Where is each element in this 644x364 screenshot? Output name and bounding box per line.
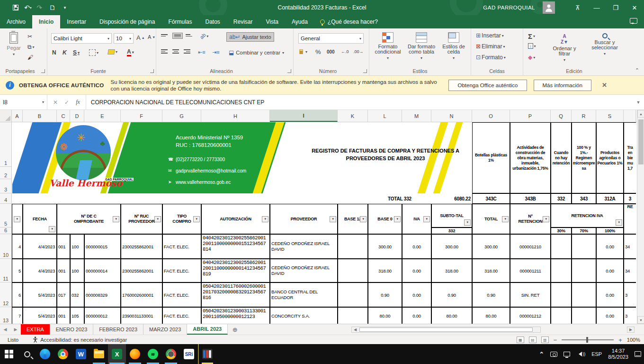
cell[interactable]: 0.90 <box>368 282 402 307</box>
col-header-B[interactable]: B <box>23 110 57 122</box>
taskbar-firefox[interactable] <box>126 344 144 364</box>
cell[interactable]: 5/4/2023 <box>23 307 57 324</box>
cell[interactable]: 3 <box>624 307 636 324</box>
col-header-G[interactable]: G <box>162 110 201 122</box>
cell[interactable]: 001 <box>57 259 70 282</box>
cell[interactable]: 032 <box>70 282 84 307</box>
wrap-text-button[interactable]: ab↵ Ajustar texto <box>226 32 274 42</box>
sheet-tab-enero[interactable]: ENERO 2023 <box>50 324 94 335</box>
cell[interactable] <box>551 259 572 282</box>
decrease-indent-button[interactable]: ⇤≡ <box>198 49 206 55</box>
select-all-corner[interactable] <box>0 110 12 122</box>
cell[interactable]: 300.00 <box>368 234 402 259</box>
cell[interactable]: 0.00 <box>402 234 431 259</box>
collapse-ribbon-button[interactable]: ⌃ <box>635 67 639 73</box>
scroll-up-icon[interactable]: ▲ <box>637 110 644 118</box>
insert-function-icon[interactable]: fx <box>76 99 80 106</box>
tab-vista[interactable]: Vista <box>259 15 285 28</box>
close-warning-icon[interactable]: ✕ <box>602 82 607 89</box>
merge-center-button[interactable]: ⬓ Combinar y centrar▾ <box>226 48 286 57</box>
col-header-O[interactable]: O <box>472 110 510 122</box>
cell[interactable]: 0504202301176000260000120170320000083291… <box>201 282 270 307</box>
cell[interactable]: 001 <box>57 307 70 324</box>
col-header-H[interactable]: H <box>201 110 270 122</box>
page-layout-view-button[interactable]: ▤ <box>529 337 537 343</box>
zoom-in-icon[interactable]: + <box>618 337 622 344</box>
align-right-button[interactable] <box>184 49 190 54</box>
accessibility-status[interactable]: Accesibilidad: es necesario investigar <box>33 337 127 343</box>
start-button[interactable] <box>0 344 18 364</box>
cell[interactable]: 017 <box>57 282 70 307</box>
zoom-level[interactable]: 100% <box>627 337 640 343</box>
font-dialog-launcher[interactable] <box>150 69 154 73</box>
cell[interactable] <box>551 282 572 307</box>
cell-code-partial[interactable]: 3 <box>624 193 636 204</box>
scroll-right-icon[interactable]: ▶ <box>627 327 635 333</box>
font-size-select[interactable]: 10▾ <box>114 33 134 44</box>
cell[interactable]: 0.00 <box>596 307 624 324</box>
cell[interactable]: 0.00 <box>596 282 624 307</box>
copy-button[interactable]: ⧉▾ <box>27 44 35 50</box>
language-indicator[interactable]: ESP <box>591 351 602 357</box>
cell[interactable]: 2390031133001 <box>121 307 162 324</box>
cell[interactable]: 0.90 <box>431 282 472 307</box>
cell[interactable]: 5/4/2023 <box>23 282 57 307</box>
sheet-tab-abril-active[interactable]: ABRIL 2023 <box>187 324 228 335</box>
ribbon-display-options-button[interactable]: ⊼ <box>568 0 587 15</box>
clear-button[interactable]: ◆▾ <box>528 54 535 61</box>
col-header-R[interactable]: R <box>572 110 596 122</box>
paste-button[interactable]: Pegar▾ <box>4 32 24 56</box>
cell[interactable]: 80.00 <box>431 307 472 324</box>
fill-color-button[interactable]: ▾ <box>108 49 117 55</box>
cell-styles-button[interactable]: Estilos de celda▾ <box>439 32 468 60</box>
cell[interactable] <box>572 307 596 324</box>
cell[interactable] <box>572 234 596 259</box>
clipboard-dialog-launcher[interactable] <box>41 69 45 73</box>
col-header-F[interactable]: F <box>121 110 162 122</box>
accounting-format-button[interactable]: 🖩▾ <box>298 48 307 55</box>
cell[interactable]: 000000014 <box>84 259 121 282</box>
orientation-button[interactable]: ab▾ <box>200 33 208 39</box>
hidden-icons-chevron[interactable]: ⌃ <box>539 351 544 358</box>
col-header-A[interactable]: A <box>12 110 23 122</box>
name-box[interactable]: I8 ▾ <box>0 95 47 109</box>
taskbar-file-explorer[interactable] <box>90 344 108 364</box>
header-subtotal[interactable]: SUBTO-TAL▼ <box>431 204 472 228</box>
cell[interactable]: 000001212 <box>510 307 551 324</box>
comments-icon[interactable] <box>630 18 637 24</box>
italic-button[interactable]: K <box>63 49 67 56</box>
number-dialog-launcher[interactable] <box>363 69 367 73</box>
cell[interactable]: 80.00 <box>472 307 510 324</box>
col-header-D[interactable]: D <box>70 110 84 122</box>
header-pct100[interactable]: 100% <box>596 228 624 234</box>
tab-revisar[interactable]: Revisar <box>227 15 259 28</box>
taskbar-excel-active[interactable]: X <box>108 344 126 364</box>
header-pct70[interactable]: 70% <box>572 228 596 234</box>
minimize-button[interactable]: — <box>587 0 606 15</box>
avatar[interactable] <box>543 1 555 14</box>
next-sheet-icon[interactable]: ▶ <box>10 324 21 335</box>
col-header-E[interactable]: E <box>84 110 121 122</box>
cell[interactable]: 4/4/2023 <box>23 234 57 259</box>
cell[interactable] <box>572 259 596 282</box>
taskbar-spotify[interactable]: ≋ <box>144 344 162 364</box>
cell[interactable]: SIN. RET <box>510 282 551 307</box>
enter-icon[interactable]: ✓ <box>64 99 69 106</box>
cell[interactable] <box>572 282 596 307</box>
cell[interactable]: 2300255862001 <box>121 234 162 259</box>
cell[interactable]: 0.00 <box>402 259 431 282</box>
align-top-button[interactable] <box>161 34 168 36</box>
format-as-table-button[interactable]: Dar formato como tabla▾ <box>405 32 438 60</box>
cell[interactable] <box>338 234 368 259</box>
grow-font-button[interactable]: A▲ <box>136 34 145 41</box>
col-header-I-selected[interactable]: I <box>270 110 338 122</box>
action-center-icon[interactable] <box>635 351 641 357</box>
cell[interactable]: FACT. ELEC. <box>162 282 201 307</box>
new-sheet-button[interactable]: ⊕ <box>228 324 242 335</box>
cell[interactable]: 0404202301230025586200120011000000000151… <box>201 234 270 259</box>
cell[interactable]: CONCORCITY S.A. <box>270 307 338 324</box>
cell[interactable]: 000000015 <box>84 234 121 259</box>
cell[interactable]: 105 <box>70 307 84 324</box>
cell[interactable] <box>338 282 368 307</box>
cell[interactable]: 80.00 <box>368 307 402 324</box>
